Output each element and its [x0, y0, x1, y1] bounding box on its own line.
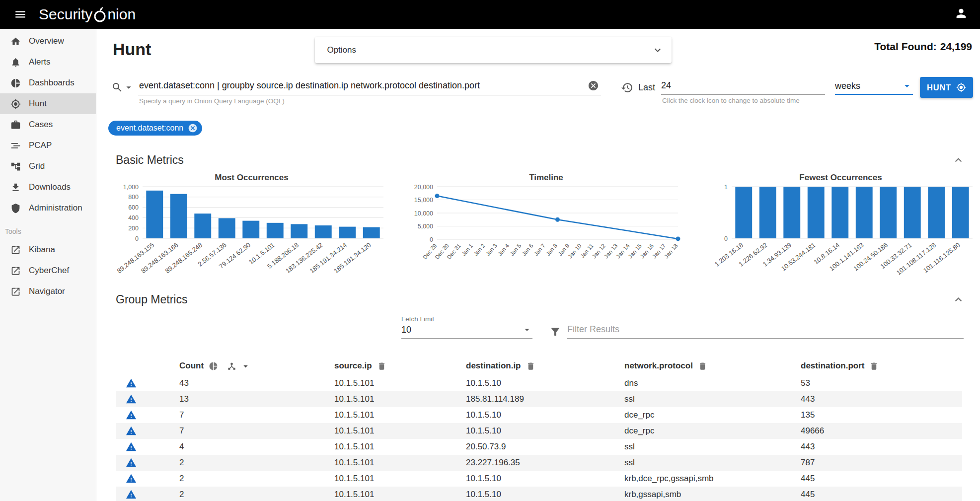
query-field[interactable]: Specify a query in Onion Query Language …: [138, 80, 601, 95]
filter-chip-row: event.dataset:conn: [108, 121, 980, 136]
fetch-limit-select[interactable]: Fetch Limit 10: [401, 315, 532, 339]
table-row[interactable]: 210.1.5.10110.1.5.10krb,dce_rpc,gssapi,s…: [116, 471, 962, 487]
sidebar-item-label: PCAP: [29, 141, 52, 150]
cell-destination-port: 443: [801, 394, 962, 404]
remove-column-icon[interactable]: [869, 361, 879, 371]
warning-icon[interactable]: [126, 473, 137, 484]
sidebar: OverviewAlertsDashboardsHuntCasesPCAPGri…: [0, 29, 96, 501]
sidebar-item-label: Hunt: [29, 99, 47, 109]
svg-text:Jan 6: Jan 6: [521, 243, 534, 257]
time-unit-select[interactable]: weeks: [835, 80, 913, 95]
sidebar-tool-navigator[interactable]: Navigator: [0, 281, 96, 302]
query-input[interactable]: [139, 80, 584, 91]
cell-count: 4: [179, 442, 334, 452]
options-expander[interactable]: Options: [315, 37, 672, 63]
time-value-field[interactable]: Click the clock icon to change to absolu…: [661, 80, 825, 95]
warning-icon[interactable]: [126, 489, 137, 500]
cell-network-protocol: dce_rpc: [624, 410, 801, 420]
search-icon[interactable]: [111, 81, 123, 93]
cell-count: 7: [179, 426, 334, 436]
top-app-bar: Security nion: [0, 0, 980, 29]
chip-close-icon[interactable]: [188, 123, 198, 133]
svg-text:Jan 10: Jan 10: [567, 243, 582, 260]
query-history-caret-icon[interactable]: [123, 82, 134, 93]
table-row[interactable]: 1310.1.5.101185.81.114.189ssl443: [116, 391, 962, 407]
remove-column-icon[interactable]: [698, 361, 707, 371]
pie-chart-icon: [10, 77, 21, 88]
crosshair-icon: [956, 82, 966, 92]
table-header-row: Count source.ip destination.ip network.p…: [116, 357, 962, 375]
warning-icon[interactable]: [126, 441, 137, 452]
warning-icon[interactable]: [126, 426, 137, 436]
warning-icon[interactable]: [126, 394, 137, 405]
user-account-button[interactable]: [954, 6, 968, 22]
hunt-button[interactable]: HUNT: [920, 77, 973, 98]
cell-destination-port: 787: [801, 458, 962, 468]
filter-icon: [549, 326, 561, 338]
sidebar-item-downloads[interactable]: Downloads: [0, 177, 96, 198]
fetch-limit-value: 10: [401, 325, 411, 335]
time-value-input[interactable]: [661, 80, 825, 91]
total-found-label: Total Found:: [874, 41, 937, 53]
sidebar-tool-kibana[interactable]: Kibana: [0, 239, 96, 260]
time-unit-value: weeks: [835, 81, 860, 91]
options-label: Options: [327, 45, 356, 55]
clear-query-icon[interactable]: [588, 80, 599, 91]
crosshair-icon: [10, 98, 21, 109]
history-clock-icon[interactable]: [621, 81, 633, 94]
cell-count: 43: [179, 378, 334, 388]
sidebar-item-label: Grid: [29, 161, 45, 171]
filter-results-input[interactable]: [567, 324, 964, 339]
sidebar-tool-cyberchef[interactable]: CyberChef: [0, 260, 96, 281]
sidebar-item-alerts[interactable]: Alerts: [0, 52, 96, 72]
basic-metrics-collapse-icon[interactable]: [952, 153, 965, 167]
table-row[interactable]: 710.1.5.10110.1.5.10dce_rpc135: [116, 407, 962, 423]
sidebar-item-hunt[interactable]: Hunt: [0, 93, 96, 114]
cell-network-protocol: krb,dce_rpc,gssapi,smb: [624, 474, 801, 484]
svg-text:Jan 18: Jan 18: [663, 243, 678, 260]
group-metrics-header: Group Metrics: [116, 293, 965, 306]
fewest-occurrences-bar-chart: 011.203.16.181.226.62.921.34.93.13910.53…: [705, 184, 977, 285]
chart-fewest-occurrences: Fewest Occurrences 011.203.16.181.226.62…: [705, 173, 977, 285]
onion-logo-icon: [93, 6, 107, 23]
cell-destination-ip: 20.50.73.9: [466, 442, 624, 452]
cell-destination-port: 49666: [801, 426, 962, 436]
sidebar-item-cases[interactable]: Cases: [0, 114, 96, 135]
sidebar-item-label: Navigator: [29, 286, 65, 296]
external-link-icon: [10, 265, 21, 276]
warning-icon[interactable]: [126, 457, 137, 468]
cell-source-ip: 10.1.5.101: [334, 458, 466, 468]
sidebar-item-dashboards[interactable]: Dashboards: [0, 72, 96, 93]
pie-chart-toggle-icon[interactable]: [209, 361, 218, 371]
remove-column-icon[interactable]: [526, 361, 535, 371]
cell-destination-port: 445: [801, 474, 962, 484]
column-header-count: Count: [179, 361, 204, 371]
hamburger-menu-button[interactable]: [12, 6, 29, 23]
sidebar-item-overview[interactable]: Overview: [0, 31, 96, 52]
filter-chip[interactable]: event.dataset:conn: [108, 121, 202, 136]
table-row[interactable]: 210.1.5.10110.1.5.10krb,gssapi,smb445: [116, 487, 962, 501]
cell-destination-ip: 23.227.196.35: [466, 458, 624, 468]
sidebar-item-grid[interactable]: Grid: [0, 156, 96, 177]
remove-column-icon[interactable]: [377, 361, 386, 371]
download-icon: [10, 182, 21, 193]
grouping-icon[interactable]: [227, 361, 236, 371]
table-row[interactable]: 410.1.5.10120.50.73.9ssl443: [116, 439, 962, 455]
svg-text:0: 0: [724, 235, 728, 242]
cell-network-protocol: ssl: [624, 442, 801, 452]
warning-icon[interactable]: [126, 378, 137, 389]
table-row[interactable]: 4310.1.5.10110.1.5.10dns53: [116, 375, 962, 391]
sidebar-item-administration[interactable]: Administration: [0, 198, 96, 218]
sidebar-item-pcap[interactable]: PCAP: [0, 135, 96, 156]
caret-down-icon[interactable]: [240, 361, 251, 371]
cell-count: 2: [179, 474, 334, 484]
time-range-group: Last Click the clock icon to change to a…: [621, 77, 973, 98]
warning-icon[interactable]: [126, 410, 137, 421]
cell-source-ip: 10.1.5.101: [334, 490, 466, 500]
table-row[interactable]: 210.1.5.10123.227.196.35ssl787: [116, 455, 962, 471]
total-found-value: 24,199: [940, 41, 972, 53]
group-metrics-controls: Fetch Limit 10: [401, 315, 965, 339]
table-row[interactable]: 710.1.5.10110.1.5.10dce_rpc49666: [116, 423, 962, 439]
group-metrics-collapse-icon[interactable]: [952, 293, 965, 306]
chart-title: Timeline: [410, 173, 682, 183]
